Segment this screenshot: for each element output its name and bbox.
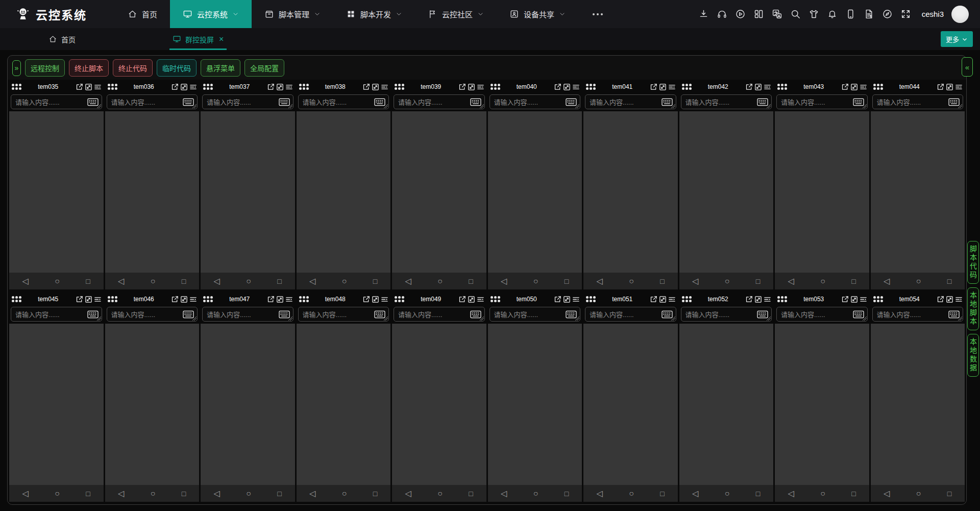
play-circle-icon[interactable] [735,9,746,19]
android-recents-icon[interactable]: □ [851,278,855,285]
android-recents-icon[interactable]: □ [947,490,951,497]
android-recents-icon[interactable]: □ [469,490,473,497]
resize-expand-icon[interactable] [562,295,571,304]
device-text-input[interactable]: 请输入内容...... [202,307,293,322]
android-back-icon[interactable]: ◁ [214,490,220,498]
android-recents-icon[interactable]: □ [851,490,855,497]
resize-handle[interactable] [384,104,388,108]
android-recents-icon[interactable]: □ [182,490,186,497]
language-icon[interactable] [772,9,782,19]
resize-expand-icon[interactable] [754,295,763,304]
android-home-icon[interactable]: ○ [820,490,825,498]
api-doc-icon[interactable] [864,9,874,19]
resize-handle[interactable] [480,317,484,321]
android-home-icon[interactable]: ○ [151,277,156,285]
download-icon[interactable] [698,9,709,19]
device-screen[interactable] [9,111,104,273]
device-screen[interactable] [201,324,295,485]
device-screen[interactable] [488,324,582,485]
android-back-icon[interactable]: ◁ [692,277,698,285]
device-screen[interactable] [679,111,774,273]
android-back-icon[interactable]: ◁ [884,277,890,285]
android-home-icon[interactable]: ○ [342,490,347,498]
apps-grid-icon[interactable] [777,296,787,302]
android-home-icon[interactable]: ○ [437,277,443,285]
resize-expand-icon[interactable] [945,83,954,91]
android-back-icon[interactable]: ◁ [22,277,29,285]
resize-expand-icon[interactable] [467,295,476,304]
android-home-icon[interactable]: ○ [55,490,60,498]
device-text-input[interactable]: 请输入内容...... [107,94,198,109]
task-list-icon[interactable] [93,83,102,91]
android-back-icon[interactable]: ◁ [692,490,698,498]
device-text-input[interactable]: 请输入内容...... [202,94,293,109]
resize-expand-icon[interactable] [562,83,571,91]
android-home-icon[interactable]: ○ [629,277,634,285]
android-recents-icon[interactable]: □ [565,278,569,285]
apps-grid-icon[interactable] [108,296,117,302]
username[interactable]: ceshi3 [922,10,944,18]
apps-grid-icon[interactable] [873,84,883,90]
open-external-icon[interactable] [362,83,371,91]
nav-item-云控系统[interactable]: 云控系统 [170,0,252,28]
resize-expand-icon[interactable] [84,295,93,304]
android-recents-icon[interactable]: □ [756,490,760,497]
resize-expand-icon[interactable] [850,83,859,91]
collapse-left-button[interactable]: » [12,60,21,76]
android-back-icon[interactable]: ◁ [309,490,315,498]
apps-grid-icon[interactable] [682,296,692,302]
notification-bell-icon[interactable] [827,9,838,19]
apps-grid-icon[interactable] [491,296,500,302]
resize-handle[interactable] [288,317,292,321]
resize-expand-icon[interactable] [850,295,859,304]
device-text-input[interactable]: 请输入内容...... [681,307,772,322]
android-recents-icon[interactable]: □ [660,490,664,497]
device-text-input[interactable]: 请输入内容...... [394,307,485,322]
device-screen[interactable] [871,111,965,273]
resize-expand-icon[interactable] [180,295,188,304]
android-back-icon[interactable]: ◁ [788,490,794,498]
compass-icon[interactable] [882,9,893,19]
device-text-input[interactable]: 请输入内容...... [585,94,676,109]
task-list-icon[interactable] [763,295,772,304]
android-home-icon[interactable]: ○ [725,277,730,285]
android-back-icon[interactable]: ◁ [309,277,315,285]
open-external-icon[interactable] [75,83,84,91]
android-home-icon[interactable]: ○ [533,277,538,285]
headphones-icon[interactable] [717,9,727,19]
open-external-icon[interactable] [553,83,562,91]
task-list-icon[interactable] [93,295,102,304]
resize-handle[interactable] [863,104,867,108]
task-list-icon[interactable] [285,83,293,91]
apps-grid-icon[interactable] [586,296,596,302]
open-external-icon[interactable] [266,83,275,91]
android-recents-icon[interactable]: □ [756,278,760,285]
android-back-icon[interactable]: ◁ [118,490,124,498]
resize-expand-icon[interactable] [84,83,93,91]
open-external-icon[interactable] [936,83,945,91]
android-home-icon[interactable]: ○ [246,277,251,285]
android-back-icon[interactable]: ◁ [597,277,603,285]
toolbar-button-全局配置[interactable]: 全局配置 [244,59,284,77]
apps-grid-icon[interactable] [395,84,404,90]
resize-handle[interactable] [767,317,771,321]
apps-grid-icon[interactable] [108,84,117,90]
resize-handle[interactable] [958,104,962,108]
android-back-icon[interactable]: ◁ [501,277,507,285]
resize-handle[interactable] [288,104,292,108]
android-back-icon[interactable]: ◁ [118,277,124,285]
collapse-right-button[interactable]: « [962,57,973,77]
device-screen[interactable] [105,111,200,273]
task-list-icon[interactable] [954,83,963,91]
open-external-icon[interactable] [458,295,467,304]
side-tab-本地脚本[interactable]: 本地脚本 [967,287,979,330]
task-list-icon[interactable] [380,83,389,91]
apps-grid-icon[interactable] [12,296,21,302]
android-recents-icon[interactable]: □ [565,490,569,497]
task-list-icon[interactable] [954,295,963,304]
task-list-icon[interactable] [668,83,676,91]
device-screen[interactable] [201,111,295,273]
resize-handle[interactable] [384,317,388,321]
apps-grid-icon[interactable] [873,296,883,302]
device-text-input[interactable]: 请输入内容...... [585,307,676,322]
